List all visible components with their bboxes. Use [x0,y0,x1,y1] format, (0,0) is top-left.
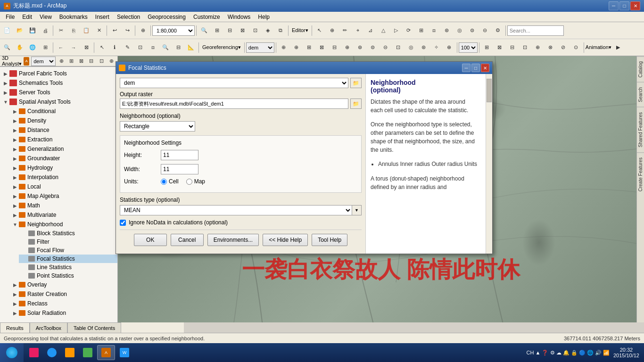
r-tool2[interactable]: ✋ [14,41,26,54]
dialog-maximize[interactable]: □ [471,64,480,72]
neighborhood-select[interactable]: Rectangle Circle Annulus Wedge Irregular… [120,121,195,132]
tree-item-generalization[interactable]: ▶ Generalization [9,144,117,154]
taskbar-app-word[interactable]: W [116,345,133,360]
tool2[interactable]: ⊟ [223,25,236,37]
r-tool25[interactable]: ⊡ [392,41,405,54]
hide-help-button[interactable]: << Hide Help [263,234,308,246]
map-radio-label[interactable]: Map [186,178,205,185]
menu-selection[interactable]: Selection [113,13,144,21]
cell-radio[interactable] [161,179,167,185]
r-tool10[interactable]: ✎ [121,41,133,54]
input-raster-browse[interactable]: 📁 [350,78,362,88]
tree-item-conditional[interactable]: ▶ Conditional [9,107,117,116]
tree-item-hydrology[interactable]: ▶ Hydrology [9,163,117,173]
paste-button[interactable]: 📋 [80,25,92,37]
zoom-select[interactable]: 100% [459,42,478,53]
analyst-label[interactable]: 3D Analyst▾ [2,55,22,67]
r-tool12[interactable]: ⧈ [147,41,159,54]
expand-schematics[interactable]: ▶ [2,79,9,87]
height-input[interactable] [161,150,198,160]
expand-gen[interactable]: ▶ [11,145,19,153]
redo-button[interactable]: ↪ [121,25,133,37]
stats-arrow[interactable]: ▼ [352,205,362,215]
r-tool17[interactable]: ⊕ [290,41,303,54]
expand-extraction[interactable]: ▶ [11,136,19,143]
tree-item-block-stats[interactable]: Block Statistics [19,229,117,238]
r-tool11[interactable]: ⊡ [134,41,146,54]
menu-edit[interactable]: Edit [18,13,36,21]
cut-button[interactable]: ✂ [55,25,67,37]
tool19[interactable]: ⊜ [466,25,479,37]
analyst-tool1[interactable]: ⊕ [58,55,66,67]
expand-overlay[interactable]: ▶ [11,281,19,288]
nodata-checkbox[interactable] [120,220,126,226]
help-scrollbar-thumb[interactable] [487,79,492,102]
tree-item-filter[interactable]: Filter [19,238,117,246]
tree-item-local[interactable]: ▶ Local [9,182,117,191]
delete-button[interactable]: ✕ [93,25,105,37]
tree-item-schematics[interactable]: ▶ Schematics Tools [0,78,117,88]
tree-item-density[interactable]: ▶ Density [9,116,117,125]
expand-ma[interactable]: ▶ [11,192,19,200]
expand-gw[interactable]: ▶ [11,155,19,162]
tool8[interactable]: ⊕ [326,25,339,37]
save-button[interactable]: 💾 [26,25,39,37]
analyst-tool2[interactable]: ⊞ [67,55,75,67]
expand-local[interactable]: ▶ [11,183,19,190]
tab-arctoolbox[interactable]: ArcToolbox [30,322,67,333]
r-tool21[interactable]: ⊕ [341,41,354,54]
r-tool4[interactable]: ⊞ [39,41,51,54]
minimize-button[interactable]: ─ [609,1,619,10]
environments-button[interactable]: Environments... [207,234,259,246]
r-tool19[interactable]: ⊠ [316,41,328,54]
expand-spatial[interactable]: ▼ [2,98,9,106]
tree-item-focal-stats[interactable]: Focal Statistics [19,255,117,263]
print-button[interactable]: 🖨 [39,25,51,37]
tree-item-parcel[interactable]: ▶ Parcel Fabric Tools [0,69,117,78]
analyst-tool4[interactable]: ⊟ [87,55,95,67]
r-tool34[interactable]: ⊕ [532,41,544,54]
tree-item-focal-flow[interactable]: Focal Flow [19,246,117,255]
maximize-button[interactable]: □ [619,1,629,10]
tree-item-server[interactable]: ▶ Server Tools [0,88,117,97]
tab-toc[interactable]: Table Of Contents [67,322,121,333]
dem-analyst-select[interactable]: dem [31,57,55,66]
taskbar-app-1[interactable] [25,345,42,360]
expand-math[interactable]: ▶ [11,202,19,209]
identify-button[interactable]: 🔍 [198,25,210,37]
r-tool8[interactable]: ↖ [96,41,108,54]
r-tool22[interactable]: ⊛ [354,41,366,54]
expand-reclass[interactable]: ▶ [11,300,19,307]
tree-item-distance[interactable]: ▶ Distance [9,125,117,135]
expand-nbhd[interactable]: ▼ [11,221,19,228]
r-tool27[interactable]: ⊛ [418,41,430,54]
new-button[interactable]: 📄 [1,25,13,37]
tool9[interactable]: ✏ [339,25,351,37]
r-tool20[interactable]: ⊟ [329,41,341,54]
analyst-tool6[interactable]: ⊕ [107,55,116,67]
tree-item-interpolation[interactable]: ▶ Interpolation [9,173,117,182]
tool12[interactable]: △ [377,25,389,37]
tool20[interactable]: ⊝ [479,25,491,37]
expand-cond[interactable]: ▶ [11,107,19,115]
menu-view[interactable]: View [36,13,56,21]
tool17[interactable]: ⊛ [441,25,453,37]
menu-bookmarks[interactable]: Bookmarks [56,13,91,21]
taskbar-app-arcmap[interactable]: A [97,345,115,360]
taskbar-app-2[interactable] [43,345,60,360]
cell-radio-label[interactable]: Cell [161,178,179,185]
menu-windows[interactable]: Windows [224,13,255,21]
r-tool33[interactable]: ⊡ [519,41,531,54]
expand-interp[interactable]: ▶ [11,173,19,181]
tool4[interactable]: ⊡ [249,25,261,37]
tree-item-line-stats[interactable]: Line Statistics [19,263,117,272]
menu-insert[interactable]: Insert [91,13,113,21]
cancel-button[interactable]: Cancel [171,234,204,246]
menu-customize[interactable]: Customize [190,13,224,21]
tool18[interactable]: ◎ [454,25,466,37]
expand-density[interactable]: ▶ [11,117,19,124]
vtab-create[interactable]: Create Features [637,152,644,196]
width-input[interactable] [161,164,198,174]
tree-item-neighborhood[interactable]: ▼ Neighborhood [9,220,117,229]
georef-label[interactable]: Georeferencing▾ [200,44,243,50]
